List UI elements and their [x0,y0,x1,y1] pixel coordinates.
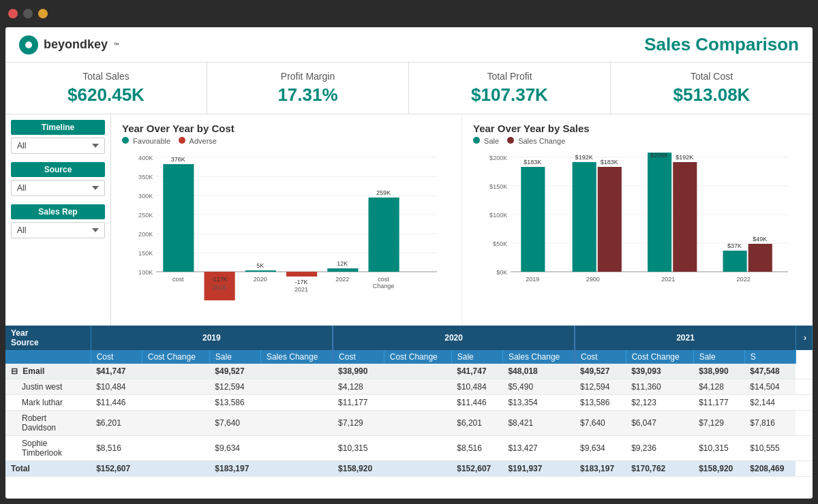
cell-total-2020-cost: $158,920 [333,461,384,477]
table-row: RobertDavidson $6,201 $7,640 $7,129 $6,2… [5,411,813,436]
cell-2019-sale: $13,586 [209,395,260,411]
cell-2020-cost-change [384,395,451,411]
legend-sales-change-dot [507,137,514,144]
svg-text:350K: 350K [138,174,153,180]
table-header-top: Year Source 2019 2020 2021 › [5,326,813,350]
col-2021-cost: Cost [575,350,626,364]
svg-rect-61 [748,244,772,272]
cell-2019-cost: $41,747 [91,364,142,379]
svg-rect-25 [286,272,317,277]
svg-text:2021: 2021 [661,276,675,283]
dot-yellow[interactable] [38,9,48,18]
svg-text:$100K: $100K [489,212,507,219]
cell-2020-cost: $4,128 [333,379,384,395]
cell-2021-sale: $7,129 [693,411,744,436]
cell-total-2021-cost: $183,197 [575,461,626,477]
cell-2020-sale: $41,747 [451,364,502,379]
cell-2021-cost: $9,634 [575,436,626,461]
legend-sale: Sale [473,137,499,145]
legend-sales-change-label: Sales Change [518,137,565,145]
svg-rect-49 [573,162,596,272]
cell-2020-sales-change: $13,427 [502,436,575,461]
filter-timeline: Timeline All [11,120,105,154]
svg-text:400K: 400K [138,155,153,161]
svg-text:$208K: $208K [650,152,668,159]
col-2019-sales-change: Sales Change [260,350,333,364]
cell-total-2021-cost-change: $170,762 [626,461,693,477]
cell-total-2021-sale: $158,920 [693,461,744,477]
filter-source-select[interactable]: All [11,180,105,196]
table-wrapper[interactable]: Year Source 2019 2020 2021 › Cost Cost C… [5,326,813,499]
chart-cost-svg: 400K 350K 300K 250K 200K 150K 100K [122,151,451,300]
cell-2019-sales-change [260,364,333,379]
charts-area: Year Over Year by Cost Favourable Advers… [111,114,813,326]
col-2020-header: 2020 [333,326,575,350]
kpi-total-sales: Total Sales $620.45K [5,63,207,114]
svg-text:150K: 150K [138,250,153,257]
kpi-profit-margin-value: 17.31% [221,84,395,106]
cell-total-2020-sales-change: $191,937 [502,461,575,477]
sidebar: Timeline All Source All Sales Rep All [5,114,111,326]
svg-rect-31 [369,198,399,272]
dot-red[interactable] [8,9,18,18]
col-2020-sales-change: Sales Change [502,350,575,364]
data-table: Year Source 2019 2020 2021 › Cost Cost C… [5,326,813,477]
cell-2019-cost-change [142,436,209,461]
cell-total-2019-cost: $152,607 [91,461,142,477]
cell-total-2020-sale: $152,607 [451,461,502,477]
filter-source: Source All [11,162,105,196]
filter-timeline-select[interactable]: All [11,138,105,154]
svg-text:12K: 12K [337,260,348,267]
cell-2021-cost: $49,527 [575,364,626,379]
col-2021-header: 2021 [575,326,796,350]
cell-total-2021-s: $208,469 [744,461,796,477]
svg-rect-56 [673,162,697,272]
cell-total-2020-cost-change [384,461,451,477]
svg-text:Change: Change [373,283,395,289]
collapse-icon[interactable]: ⊟ [11,366,18,376]
svg-text:$37K: $37K [727,242,742,249]
svg-text:2021: 2021 [294,286,308,293]
cell-2021-cost-change: $6,047 [626,411,693,436]
svg-text:$183K: $183K [601,159,618,166]
svg-rect-51 [598,167,622,272]
cell-2020-cost-change [384,411,451,436]
cell-2021-s: $47,548 [744,364,796,379]
cell-2020-cost: $10,315 [333,436,384,461]
cell-2020-sale: $6,201 [451,411,502,436]
kpi-row: Total Sales $620.45K Profit Margin 17.31… [5,63,813,114]
filter-timeline-label: Timeline [11,120,105,135]
col-2019-cost-change: Cost Change [142,350,209,364]
cell-2020-sale: $11,446 [451,395,502,411]
filter-sales-rep-select[interactable]: All [11,222,105,238]
cell-2020-cost-change [384,364,451,379]
legend-favourable-label: Favourable [133,137,170,145]
chart-sales-legend: Sale Sales Change [473,137,802,145]
svg-rect-59 [723,251,747,272]
col-2019-header: 2019 [91,326,333,350]
svg-rect-54 [648,153,671,272]
cell-2019-cost: $11,446 [91,395,142,411]
cell-2019-cost-change [142,395,209,411]
kpi-total-sales-label: Total Sales [19,71,193,82]
cell-2020-cost-change [384,436,451,461]
cell-2019-cost: $8,516 [91,436,142,461]
cell-2021-cost-change: $2,123 [626,395,693,411]
logo-icon [19,35,38,54]
svg-text:300K: 300K [138,193,153,200]
dot-dark[interactable] [23,9,33,18]
chart-cost: Year Over Year by Cost Favourable Advers… [111,114,462,326]
svg-text:2022: 2022 [335,276,349,283]
cell-2019-sale: $49,527 [209,364,260,379]
cell-2019-sale: $12,594 [209,379,260,395]
table-row: Mark luthar $11,446 $13,586 $11,177 $11,… [5,395,813,411]
content-area: Timeline All Source All Sales Rep All [5,114,813,326]
chart-cost-title: Year Over Year by Cost [122,123,451,134]
cell-2021-sale: $10,315 [693,436,744,461]
table-row-total: Total $152,607 $183,197 $158,920 $152,60… [5,461,813,477]
header: beyondkey™ Sales Comparison [5,27,813,63]
legend-adverse-dot [179,137,185,144]
cell-2020-cost: $11,177 [333,395,384,411]
cell-2021-cost: $13,586 [575,395,626,411]
cell-2021-sale: $4,128 [693,379,744,395]
